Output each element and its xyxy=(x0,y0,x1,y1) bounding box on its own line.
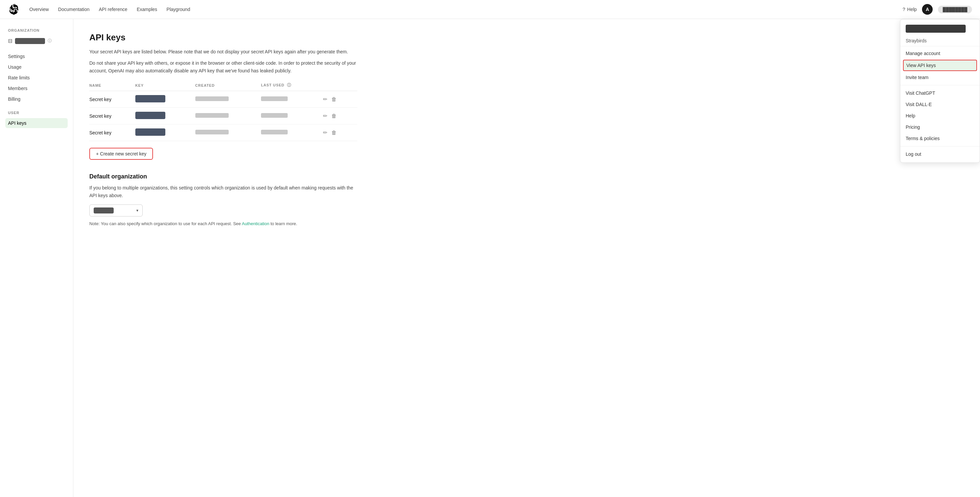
row1-actions: ✏ 🗑 xyxy=(322,91,357,108)
auth-note: Note: You can also specify which organiz… xyxy=(89,221,357,226)
nav-overview[interactable]: Overview xyxy=(29,7,49,12)
last-used-redacted-3 xyxy=(261,130,288,134)
dropdown-log-out[interactable]: Log out xyxy=(900,148,980,160)
row3-actions: ✏ 🗑 xyxy=(322,124,357,141)
row2-created xyxy=(195,108,261,124)
sidebar-item-members[interactable]: Members xyxy=(5,83,68,93)
dropdown-org-label: Straybirds xyxy=(900,37,980,46)
col-key: KEY xyxy=(135,80,195,91)
edit-icon-2[interactable]: ✏ xyxy=(322,112,329,120)
col-created: CREATED xyxy=(195,80,261,91)
user-section-label: USER xyxy=(5,111,68,115)
dropdown-header-pill xyxy=(906,25,966,33)
col-actions xyxy=(322,80,357,91)
nav-examples[interactable]: Examples xyxy=(137,7,157,12)
created-redacted-1 xyxy=(195,96,229,101)
org-row: ⊟ ⓘ xyxy=(5,36,68,46)
col-name: NAME xyxy=(89,80,135,91)
api-keys-table: NAME KEY CREATED LAST USED ⓘ Secret key xyxy=(89,80,357,141)
sidebar-item-usage[interactable]: Usage xyxy=(5,62,68,72)
dropdown-visit-dalle[interactable]: Visit DALL·E xyxy=(900,99,980,110)
row3-name: Secret key xyxy=(89,124,135,141)
row1-last-used xyxy=(261,91,322,108)
default-org-desc: If you belong to multiple organizations,… xyxy=(89,184,357,199)
org-select-pill xyxy=(94,207,114,213)
help-label: Help xyxy=(907,7,917,12)
key-pill-1 xyxy=(135,95,165,102)
description-block: Your secret API keys are listed below. P… xyxy=(89,48,357,74)
page-layout: ORGANIZATION ⊟ ⓘ Settings Usage Rate lim… xyxy=(0,19,980,497)
dropdown-divider-2 xyxy=(900,146,980,147)
sidebar-item-settings[interactable]: Settings xyxy=(5,51,68,61)
row2-key xyxy=(135,108,195,124)
account-pill[interactable]: ████████ xyxy=(938,6,972,13)
create-secret-key-button[interactable]: + Create new secret key xyxy=(89,148,153,160)
row3-key xyxy=(135,124,195,141)
help-circle-icon: ? xyxy=(903,7,905,12)
sidebar-item-api-keys[interactable]: API keys xyxy=(5,118,68,128)
row3-last-used xyxy=(261,124,322,141)
org-section-label: ORGANIZATION xyxy=(5,29,68,32)
last-used-redacted-2 xyxy=(261,113,288,118)
chevron-down-icon: ▾ xyxy=(136,208,138,213)
nav-right: ? Help A ████████ xyxy=(903,4,972,15)
dropdown-manage-account[interactable]: Manage account xyxy=(900,48,980,59)
row1-created xyxy=(195,91,261,108)
nav-links: Overview Documentation API reference Exa… xyxy=(29,7,892,12)
edit-icon-1[interactable]: ✏ xyxy=(322,95,329,104)
sidebar-item-rate-limits[interactable]: Rate limits xyxy=(5,73,68,83)
key-pill-3 xyxy=(135,128,165,136)
nav-documentation[interactable]: Documentation xyxy=(58,7,89,12)
row1-name: Secret key xyxy=(89,91,135,108)
desc-para-1: Your secret API keys are listed below. P… xyxy=(89,48,357,56)
dropdown-pricing[interactable]: Pricing xyxy=(900,121,980,133)
row3-created xyxy=(195,124,261,141)
created-redacted-2 xyxy=(195,113,229,118)
edit-icon-3[interactable]: ✏ xyxy=(322,128,329,137)
row2-actions: ✏ 🗑 xyxy=(322,108,357,124)
nav-playground[interactable]: Playground xyxy=(167,7,190,12)
help-button[interactable]: ? Help xyxy=(903,7,917,12)
desc-para-2: Do not share your API key with others, o… xyxy=(89,59,357,74)
delete-icon-1[interactable]: 🗑 xyxy=(330,95,338,104)
user-dropdown-menu: Straybirds Manage account View API keys … xyxy=(900,19,980,163)
org-name-pill xyxy=(15,38,45,44)
table-row: Secret key ✏ 🗑 xyxy=(89,91,357,108)
sidebar: ORGANIZATION ⊟ ⓘ Settings Usage Rate lim… xyxy=(0,19,73,497)
page-title: API keys xyxy=(89,32,357,43)
nav-api-reference[interactable]: API reference xyxy=(99,7,128,12)
openai-logo[interactable] xyxy=(8,4,19,15)
default-org-section: Default organization If you belong to mu… xyxy=(89,173,357,226)
main-content: API keys Your secret API keys are listed… xyxy=(73,19,373,497)
note-text: Note: You can also specify which organiz… xyxy=(89,221,241,226)
last-used-redacted-1 xyxy=(261,96,288,101)
info-icon[interactable]: ⓘ xyxy=(48,38,52,44)
dropdown-visit-chatgpt[interactable]: Visit ChatGPT xyxy=(900,88,980,99)
dropdown-terms-policies[interactable]: Terms & policies xyxy=(900,133,980,144)
authentication-link[interactable]: Authentication xyxy=(242,221,269,226)
row2-last-used xyxy=(261,108,322,124)
delete-icon-3[interactable]: 🗑 xyxy=(330,128,338,137)
org-dropdown[interactable]: ▾ xyxy=(89,204,143,217)
col-last-used: LAST USED ⓘ xyxy=(261,80,322,91)
user-avatar[interactable]: A xyxy=(922,4,933,15)
created-redacted-3 xyxy=(195,130,229,134)
delete-icon-2[interactable]: 🗑 xyxy=(330,112,338,120)
last-used-info-icon[interactable]: ⓘ xyxy=(287,83,291,88)
default-org-title: Default organization xyxy=(89,173,357,180)
org-icon: ⊟ xyxy=(8,38,12,44)
table-row: Secret key ✏ 🗑 xyxy=(89,108,357,124)
table-row: Secret key ✏ 🗑 xyxy=(89,124,357,141)
dropdown-invite-team[interactable]: Invite team xyxy=(900,72,980,83)
top-navigation: Overview Documentation API reference Exa… xyxy=(0,0,980,19)
key-pill-2 xyxy=(135,112,165,119)
sidebar-item-billing[interactable]: Billing xyxy=(5,94,68,104)
row2-name: Secret key xyxy=(89,108,135,124)
dropdown-help[interactable]: Help xyxy=(900,110,980,121)
user-section: USER API keys xyxy=(5,111,68,128)
row1-key xyxy=(135,91,195,108)
note-end: to learn more. xyxy=(270,221,298,226)
dropdown-view-api-keys[interactable]: View API keys xyxy=(903,60,977,71)
